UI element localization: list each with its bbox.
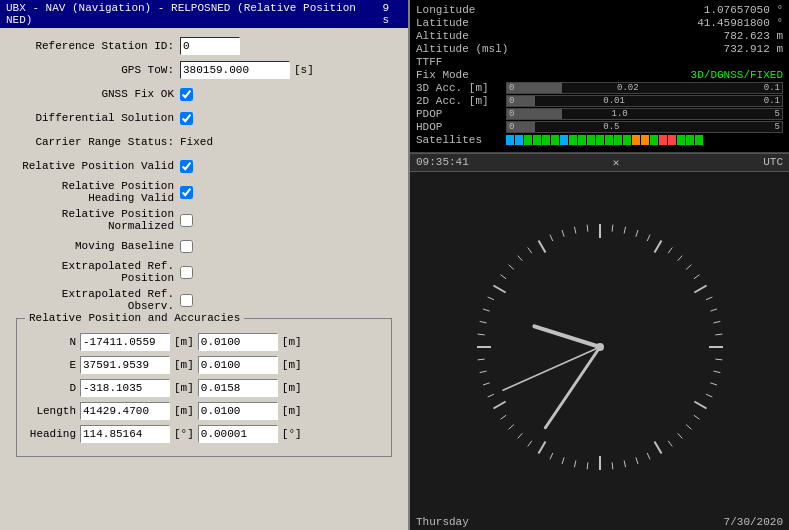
- rel-pos-valid-checkbox[interactable]: [180, 160, 193, 173]
- satellite-block: [623, 135, 631, 145]
- clock-date-bar: Thursday 7/30/2020: [410, 514, 789, 530]
- clock-date: 7/30/2020: [724, 516, 783, 528]
- group-box-title: Relative Position and Accuracies: [25, 312, 244, 324]
- satellites-label: Satellites: [416, 134, 506, 146]
- diff-solution-row: Differential Solution: [10, 108, 398, 128]
- rel-pos-normalized-row: Relative Position Normalized: [10, 208, 398, 232]
- d-unit2: [m]: [282, 382, 302, 394]
- rel-pos-heading-valid-label: Relative Position Heading Valid: [10, 180, 180, 204]
- heading-value-input[interactable]: [80, 425, 170, 443]
- acc-2d-right: 0.1: [764, 96, 780, 106]
- d-unit1: [m]: [174, 382, 194, 394]
- satellite-block: [560, 135, 568, 145]
- longitude-value: 1.07657050 °: [704, 4, 783, 16]
- clock-canvas: [450, 212, 750, 482]
- satellite-block: [686, 135, 694, 145]
- moving-baseline-checkbox[interactable]: [180, 240, 193, 253]
- satellite-block: [569, 135, 577, 145]
- acc-3d-mid: 0.02: [617, 83, 639, 93]
- e-unit1: [m]: [174, 359, 194, 371]
- carrier-range-value: Fixed: [180, 136, 213, 148]
- rel-pos-heading-valid-row: Relative Position Heading Valid: [10, 180, 398, 204]
- e-acc-input[interactable]: [198, 356, 278, 374]
- relative-position-group: Relative Position and Accuracies N [m] […: [16, 318, 392, 457]
- gnss-fix-checkbox[interactable]: [180, 88, 193, 101]
- satellite-block: [506, 135, 514, 145]
- fix-mode-row: Fix Mode 3D/DGNSS/FIXED: [416, 69, 783, 81]
- d-label: D: [25, 382, 80, 394]
- satellite-block: [533, 135, 541, 145]
- clock-time: 09:35:41: [416, 156, 469, 169]
- diff-solution-checkbox[interactable]: [180, 112, 193, 125]
- altitude-msl-row: Altitude (msl) 732.912 m: [416, 43, 783, 55]
- length-label: Length: [25, 405, 80, 417]
- length-value-input[interactable]: [80, 402, 170, 420]
- title-text: UBX - NAV (Navigation) - RELPOSNED (Rela…: [6, 2, 383, 26]
- gps-tow-input[interactable]: [180, 61, 290, 79]
- n-value-input[interactable]: [80, 333, 170, 351]
- fix-mode-value: 3D/DGNSS/FIXED: [691, 69, 783, 81]
- longitude-row: Longitude 1.07657050 °: [416, 4, 783, 16]
- acc-3d-val0: 0: [509, 83, 514, 93]
- e-label: E: [25, 359, 80, 371]
- n-row: N [m] [m]: [25, 333, 383, 351]
- d-row: D [m] [m]: [25, 379, 383, 397]
- left-panel: UBX - NAV (Navigation) - RELPOSNED (Rela…: [0, 0, 410, 530]
- pdop-val0: 0: [509, 109, 514, 119]
- heading-unit2: [°]: [282, 428, 302, 440]
- length-unit1: [m]: [174, 405, 194, 417]
- hdop-row: HDOP 0 0.5 5: [416, 121, 783, 133]
- fix-mode-label: Fix Mode: [416, 69, 506, 81]
- clock-canvas-area: [410, 172, 789, 522]
- latitude-value: 41.45981800 °: [697, 17, 783, 29]
- clock-close-button[interactable]: ✕: [613, 156, 620, 169]
- pdop-label: PDOP: [416, 108, 506, 120]
- longitude-label: Longitude: [416, 4, 506, 16]
- carrier-range-row: Carrier Range Status: Fixed: [10, 132, 398, 152]
- d-value-input[interactable]: [80, 379, 170, 397]
- reference-station-row: Reference Station ID:: [10, 36, 398, 56]
- satellite-block: [542, 135, 550, 145]
- heading-label: Heading: [25, 428, 80, 440]
- reference-station-label: Reference Station ID:: [10, 40, 180, 52]
- extrap-ref-obs-row: Extrapolated Ref. Observ.: [10, 288, 398, 312]
- ttff-row: TTFF: [416, 56, 783, 68]
- moving-baseline-row: Moving Baseline: [10, 236, 398, 256]
- rel-pos-normalized-checkbox[interactable]: [180, 214, 193, 227]
- d-acc-input[interactable]: [198, 379, 278, 397]
- clock-day: Thursday: [416, 516, 469, 528]
- carrier-range-label: Carrier Range Status:: [10, 136, 180, 148]
- rel-pos-normalized-label: Relative Position Normalized: [10, 208, 180, 232]
- moving-baseline-label: Moving Baseline: [10, 240, 180, 252]
- length-acc-input[interactable]: [198, 402, 278, 420]
- n-acc-input[interactable]: [198, 333, 278, 351]
- heading-row: Heading [°] [°]: [25, 425, 383, 443]
- satellite-block: [614, 135, 622, 145]
- latitude-row: Latitude 41.45981800 °: [416, 17, 783, 29]
- hdop-label: HDOP: [416, 121, 506, 133]
- extrap-ref-obs-checkbox[interactable]: [180, 294, 193, 307]
- diff-solution-label: Differential Solution: [10, 112, 180, 124]
- title-bar: UBX - NAV (Navigation) - RELPOSNED (Rela…: [0, 0, 408, 28]
- heading-acc-input[interactable]: [198, 425, 278, 443]
- gnss-fix-label: GNSS Fix OK: [10, 88, 180, 100]
- clock-timezone: UTC: [763, 156, 783, 169]
- extrap-ref-pos-checkbox[interactable]: [180, 266, 193, 279]
- e-value-input[interactable]: [80, 356, 170, 374]
- reference-station-input[interactable]: [180, 37, 240, 55]
- satellite-block: [515, 135, 523, 145]
- hdop-mid: 0.5: [603, 122, 619, 132]
- pdop-mid: 1.0: [612, 109, 628, 119]
- rel-pos-valid-label: Relative Position Valid: [10, 160, 180, 172]
- satellite-block: [605, 135, 613, 145]
- satellite-block: [587, 135, 595, 145]
- gps-tow-row: GPS ToW: [s]: [10, 60, 398, 80]
- gps-info-section: Longitude 1.07657050 ° Latitude 41.45981…: [410, 0, 789, 153]
- heading-unit1: [°]: [174, 428, 194, 440]
- hdop-right: 5: [775, 122, 780, 132]
- acc-2d-val0: 0: [509, 96, 514, 106]
- satellite-block: [632, 135, 640, 145]
- latitude-label: Latitude: [416, 17, 506, 29]
- rel-pos-heading-valid-checkbox[interactable]: [180, 186, 193, 199]
- clock-section: 09:35:41 ✕ UTC Thursday 7/30/2020: [410, 153, 789, 530]
